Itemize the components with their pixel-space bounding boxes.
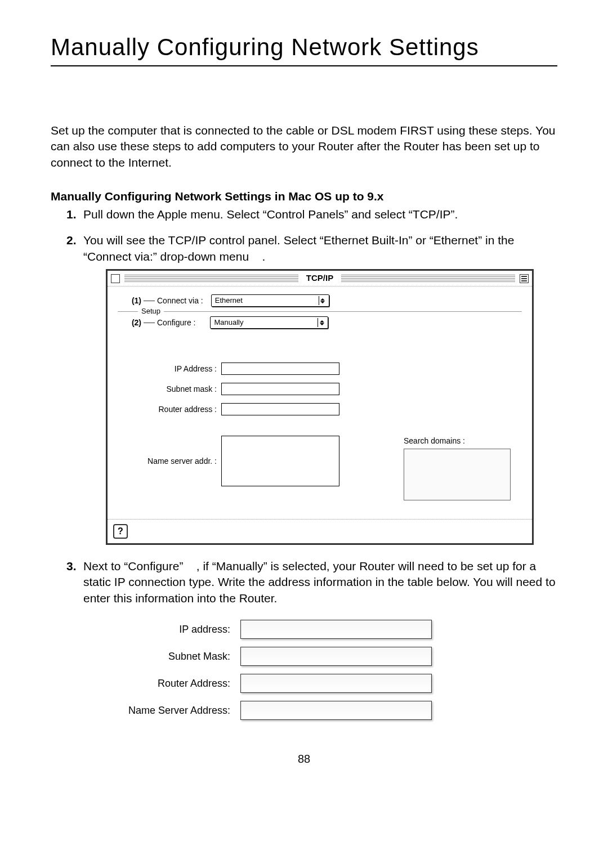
ip-address-label: IP address: (124, 616, 235, 642)
table-row: Subnet Mask: (124, 643, 436, 669)
callout-1: (1) (118, 296, 141, 306)
search-domains-label: Search domains : (404, 436, 511, 446)
step-3: 3 Next to “Configure” , if “Manually” is… (66, 558, 557, 724)
configure-value: Manually (214, 317, 243, 328)
titlebar-stripes (341, 275, 515, 283)
search-domains-input[interactable] (404, 449, 511, 500)
connect-via-label: Connect via : (157, 296, 207, 306)
page-title: Manually Configuring Network Settings (51, 34, 557, 66)
table-row: Router Address: (124, 670, 436, 696)
window-titlebar: TCP/IP (108, 271, 532, 287)
dropdown-arrow-icon (319, 296, 327, 305)
step-1: 1 Pull down the Apple menu. Select “Cont… (66, 207, 557, 222)
callout-line (144, 301, 155, 301)
step-number: 3 (66, 558, 77, 574)
close-box-icon[interactable] (111, 274, 120, 283)
name-server-address-label: Name Server Address: (124, 697, 235, 723)
connect-via-value: Ethernet (215, 296, 243, 306)
help-icon: ? (118, 525, 123, 538)
dropdown-arrow-icon (318, 318, 325, 327)
setup-group-label: Setup (138, 306, 164, 316)
tcpip-panel-screenshot: TCP/IP (1) Connect via : Ethernet (106, 269, 534, 545)
help-button[interactable]: ? (113, 524, 128, 539)
table-row: IP address: (124, 616, 436, 642)
step-2: 2 You will see the TCP/IP control panel.… (66, 232, 557, 545)
page-number: 88 (51, 753, 557, 766)
address-form-table: IP address: Subnet Mask: Router Address:… (123, 615, 437, 724)
table-row: Name Server Address: (124, 697, 436, 723)
name-server-label: Name server addr. : (118, 456, 221, 467)
step-text: Next to “Configure” , if “Manually” is s… (83, 560, 556, 605)
router-address-field[interactable] (240, 674, 432, 693)
router-address-label: Router Address: (124, 670, 235, 696)
connect-via-dropdown[interactable]: Ethernet (211, 294, 329, 307)
section-subhead: Manually Configuring Network Settings in… (51, 190, 557, 203)
callout-2: (2) (118, 317, 141, 328)
step-text: You will see the TCP/IP control panel. S… (83, 234, 514, 262)
name-server-input[interactable] (221, 436, 339, 486)
titlebar-stripes (124, 275, 298, 283)
intro-paragraph: Set up the computer that is connected to… (51, 123, 557, 171)
callout-line (144, 323, 155, 323)
subnet-mask-label: Subnet Mask: (124, 643, 235, 669)
ip-address-input[interactable] (221, 363, 339, 375)
router-address-label: Router address : (118, 404, 221, 415)
ip-address-field[interactable] (240, 620, 432, 639)
configure-dropdown[interactable]: Manually (210, 316, 328, 329)
configure-label: Configure : (157, 317, 199, 328)
step-text: Pull down the Apple menu. Select “Contro… (83, 208, 458, 221)
windowshade-icon[interactable] (520, 274, 529, 283)
subnet-mask-input[interactable] (221, 383, 339, 395)
name-server-address-field[interactable] (240, 701, 432, 720)
window-title: TCP/IP (303, 272, 337, 284)
step-number: 1 (66, 207, 77, 222)
router-address-input[interactable] (221, 403, 339, 415)
subnet-mask-label: Subnet mask : (118, 384, 221, 395)
ip-address-label: IP Address : (118, 364, 221, 374)
step-number: 2 (66, 232, 77, 248)
subnet-mask-field[interactable] (240, 647, 432, 666)
